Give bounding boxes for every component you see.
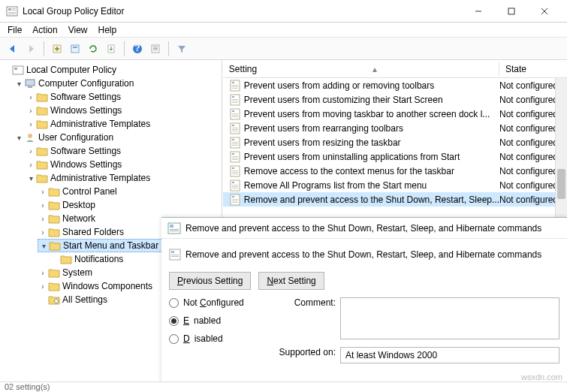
toolbar-filter[interactable] — [173, 41, 190, 57]
settings-folder-icon — [48, 294, 60, 305]
folder-icon — [36, 173, 48, 183]
chevron-down-icon[interactable]: ▾ — [14, 134, 24, 142]
policy-item-icon — [229, 122, 241, 134]
minimize-button[interactable] — [462, 1, 495, 22]
list-item[interactable]: Prevent users from resizing the taskbarN… — [223, 135, 567, 149]
svg-rect-35 — [232, 102, 238, 103]
svg-rect-55 — [232, 159, 238, 160]
folder-icon — [36, 105, 48, 116]
toolbar-separator — [168, 41, 169, 56]
svg-rect-47 — [232, 139, 234, 140]
tree-cc-0[interactable]: ›Software Settings — [26, 90, 220, 104]
comment-label: Comment: — [273, 297, 340, 308]
svg-rect-77 — [171, 255, 179, 255]
tree-cc[interactable]: ▾Computer Configuration — [14, 77, 220, 90]
list-item[interactable]: Prevent users from adding or removing to… — [223, 78, 567, 92]
radio-icon — [169, 334, 179, 344]
tree-uc-1[interactable]: ›Windows Settings — [26, 158, 220, 171]
col-setting[interactable]: Setting ▴ — [223, 62, 499, 76]
maximize-button[interactable] — [495, 1, 528, 22]
window-title: Local Group Policy Editor — [23, 6, 462, 17]
chevron-right-icon[interactable]: › — [26, 93, 36, 101]
list-item[interactable]: Prevent users from uninstalling applicat… — [223, 149, 567, 164]
tree-uc-at[interactable]: ▾Administrative Templates — [26, 171, 220, 185]
list-item[interactable]: Prevent users from moving taskbar to ano… — [223, 107, 567, 121]
dialog-icon — [167, 222, 181, 234]
svg-rect-39 — [232, 115, 238, 116]
computer-icon — [24, 78, 36, 89]
svg-rect-30 — [232, 88, 238, 89]
folder-icon — [36, 159, 48, 170]
toolbar-btn-2[interactable] — [67, 41, 83, 57]
chevron-down-icon[interactable]: ▾ — [14, 80, 24, 88]
svg-rect-12 — [73, 47, 77, 48]
svg-rect-21 — [14, 68, 17, 70]
prev-setting-button[interactable]: Previous Setting — [169, 272, 251, 290]
chevron-right-icon[interactable]: › — [26, 120, 36, 128]
chevron-right-icon[interactable]: › — [26, 161, 36, 169]
svg-rect-40 — [232, 116, 238, 117]
tree-uc[interactable]: ▾User Configuration — [14, 131, 220, 144]
svg-rect-32 — [232, 96, 234, 98]
folder-icon — [36, 92, 48, 102]
chevron-right-icon[interactable]: › — [38, 188, 48, 196]
svg-rect-43 — [232, 128, 238, 128]
toolbar-btn-1[interactable] — [49, 41, 65, 57]
radio-icon — [169, 316, 179, 326]
chevron-right-icon[interactable]: › — [38, 269, 48, 277]
tree-at-1[interactable]: ›Desktop — [38, 198, 220, 212]
user-icon — [24, 132, 36, 143]
list-item[interactable]: Prevent users from rearranging toolbarsN… — [223, 121, 567, 135]
col-state[interactable]: State — [499, 62, 567, 76]
chevron-right-icon[interactable]: › — [38, 282, 48, 291]
radio-not-configured[interactable]: Not Configured — [169, 297, 259, 308]
svg-rect-49 — [232, 143, 238, 144]
status-bar: 02 setting(s) — [0, 381, 567, 392]
watermark: wsxdn.com — [521, 372, 562, 381]
forward-button[interactable] — [23, 41, 39, 57]
menu-file[interactable]: File — [8, 25, 22, 35]
menu-view[interactable]: View — [68, 25, 88, 35]
comment-field[interactable] — [340, 297, 559, 339]
chevron-right-icon[interactable]: › — [38, 201, 48, 210]
dialog-heading: Remove and prevent access to the Shut Do… — [185, 249, 541, 260]
back-button[interactable] — [5, 41, 21, 57]
svg-rect-3 — [12, 10, 16, 11]
svg-rect-58 — [232, 170, 238, 171]
svg-rect-37 — [232, 110, 234, 112]
chevron-down-icon[interactable]: ▾ — [26, 174, 36, 182]
svg-rect-33 — [232, 99, 238, 100]
close-button[interactable] — [528, 1, 561, 22]
tree-root[interactable]: Local Computer Policy — [2, 63, 220, 77]
folder-icon — [48, 267, 60, 278]
tree-uc-0[interactable]: ›Software Settings — [26, 144, 220, 158]
scrollbar-thumb[interactable] — [557, 169, 565, 199]
next-setting-button[interactable]: Next Setting — [258, 272, 324, 290]
svg-rect-67 — [232, 196, 234, 198]
toolbar-export[interactable] — [103, 41, 119, 57]
svg-rect-28 — [232, 85, 238, 86]
chevron-right-icon[interactable]: › — [26, 107, 36, 115]
list-item[interactable]: Remove All Programs list from the Start … — [223, 178, 567, 192]
svg-rect-53 — [232, 156, 238, 157]
svg-rect-4 — [8, 12, 16, 13]
toolbar-props[interactable] — [147, 41, 164, 57]
chevron-right-icon[interactable]: › — [38, 228, 48, 237]
radio-enabled[interactable]: Enabled — [169, 315, 259, 326]
tree-cc-1[interactable]: ›Windows Settings — [26, 104, 220, 117]
toolbar-separator — [44, 41, 44, 56]
list-item[interactable]: Prevent users from customizing their Sta… — [223, 92, 567, 107]
chevron-right-icon[interactable]: › — [38, 215, 48, 223]
chevron-right-icon[interactable]: ▾ — [38, 242, 49, 250]
menu-help[interactable]: Help — [98, 25, 117, 35]
toolbar-refresh[interactable] — [85, 41, 101, 57]
list-item[interactable]: Remove access to the context menus for t… — [223, 164, 567, 178]
tree-cc-2[interactable]: ›Administrative Templates — [26, 117, 220, 131]
list-item[interactable]: Remove and prevent access to the Shut Do… — [223, 192, 567, 207]
toolbar-help[interactable]: ? — [129, 41, 146, 57]
chevron-right-icon[interactable]: › — [26, 147, 36, 155]
menu-action[interactable]: Action — [32, 25, 57, 35]
radio-disabled[interactable]: Disabled — [169, 333, 259, 344]
tree-at-0[interactable]: ›Control Panel — [38, 185, 220, 198]
app-icon — [6, 5, 18, 17]
